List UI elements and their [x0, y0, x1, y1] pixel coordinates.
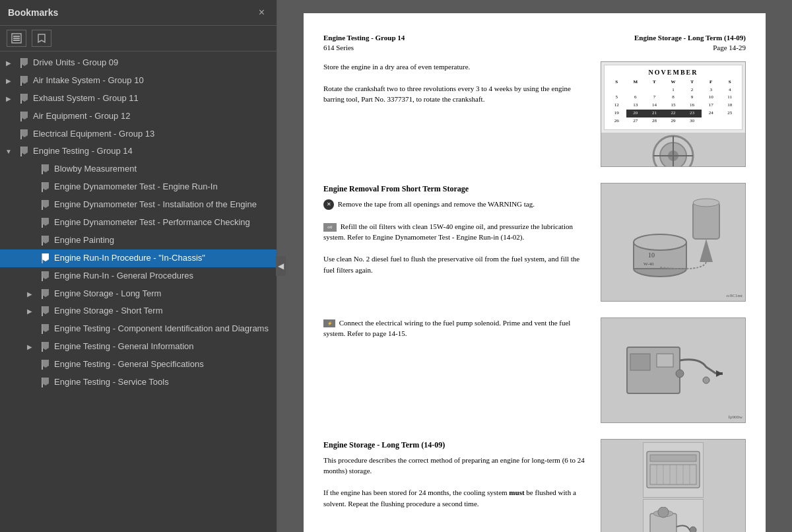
svg-marker-15: [21, 147, 28, 154]
bookmark-icon-component-id: [40, 324, 50, 334]
svg-point-71: [658, 507, 669, 517]
cal-cell-26: 26: [607, 117, 626, 125]
svg-marker-11: [21, 112, 28, 119]
panel-collapse-button[interactable]: ◀: [276, 256, 286, 276]
expand-arrow-storage-short[interactable]: ▶: [24, 308, 36, 315]
section4-para1: This procedure describes the correct met…: [323, 455, 590, 477]
bookmark-icon-general-specs: [40, 360, 50, 370]
cal-cell-14: 14: [645, 102, 664, 110]
bookmark-item-engine-testing[interactable]: ▼Engine Testing - Group 14: [0, 143, 277, 160]
bookmark-label-run-in-general: Engine Run-In - General Procedures: [54, 271, 271, 282]
expand-all-button[interactable]: [7, 30, 26, 47]
doc-title: Engine Testing - Group 14: [323, 33, 405, 43]
oil-pour-icon: 10 W-40: [614, 189, 733, 295]
bookmark-item-service-tools[interactable]: Engine Testing - Service Tools: [0, 374, 277, 391]
bookmark-item-exhaust-system[interactable]: ▶Exhaust System - Group 11: [0, 90, 277, 108]
bookmark-icon-engine-testing: [18, 147, 29, 156]
bookmark-item-blowby[interactable]: Blowby Measurement: [0, 160, 277, 178]
expand-arrow-drive-units[interactable]: ▶: [3, 59, 15, 67]
svg-point-48: [693, 199, 719, 207]
doc-section-4: Engine Storage - Long Term (14-09) This …: [323, 439, 746, 532]
bookmark-label-air-intake: Air Intake System - Group 10: [33, 75, 271, 86]
bookmark-item-storage-short[interactable]: ▶Engine Storage - Short Term: [0, 302, 277, 320]
section2-image: 10 W-40 o:8C1mt: [601, 183, 746, 302]
svg-point-72: [690, 527, 696, 532]
cal-header-T: T: [645, 79, 664, 86]
bookmark-view-button[interactable]: [32, 30, 51, 47]
section4-text: Engine Storage - Long Term (14-09) This …: [323, 439, 590, 532]
svg-text:10: 10: [648, 251, 655, 259]
bookmark-item-storage-long[interactable]: ▶Engine Storage - Long Term: [0, 285, 277, 303]
cal-cell-empty: [626, 86, 645, 94]
svg-marker-13: [21, 129, 28, 137]
cal-cell-28: 28: [645, 117, 664, 125]
close-button[interactable]: ×: [255, 5, 269, 20]
svg-marker-33: [42, 306, 49, 314]
bookmark-item-dyno-run-in[interactable]: Engine Dynamometer Test - Engine Run-In: [0, 178, 277, 196]
bookmark-item-general-specs[interactable]: Engine Testing - General Specifications: [0, 356, 277, 374]
cal-cell-21: 21: [645, 110, 664, 117]
cal-cell-15: 15: [664, 102, 683, 110]
cal-cell-empty: [645, 86, 664, 94]
cal-cell-29: 29: [664, 117, 683, 125]
cal-cell-22: 22: [664, 110, 683, 117]
svg-rect-3: [13, 40, 20, 41]
radiator-icon: [644, 448, 703, 491]
svg-marker-17: [42, 164, 49, 172]
fuel-pump-symbol: ⚡: [323, 319, 335, 327]
bookmark-item-drive-units[interactable]: ▶Drive Units - Group 09: [0, 54, 277, 72]
cal-header-W: W: [664, 79, 683, 86]
svg-marker-25: [42, 236, 49, 244]
svg-marker-35: [42, 324, 49, 332]
expand-arrow-air-intake[interactable]: ▶: [3, 77, 15, 84]
bookmark-item-run-in-general[interactable]: Engine Run-In - General Procedures: [0, 267, 277, 285]
cal-cell-10: 10: [702, 94, 721, 102]
warning-symbol: ✕: [323, 199, 334, 210]
section2-para3: Use clean No. 2 diesel fuel to flush the…: [323, 253, 590, 275]
bookmark-item-general-info[interactable]: ▶Engine Testing - General Information: [0, 338, 277, 356]
section4-image-bottom: [643, 499, 704, 532]
expand-arrow-general-info[interactable]: ▶: [24, 343, 36, 350]
svg-marker-21: [42, 200, 49, 208]
bookmark-icon-electrical-equipment: [18, 129, 29, 139]
bookmark-item-component-id[interactable]: Engine Testing - Component Identificatio…: [0, 320, 277, 338]
bookmark-icon-air-intake: [18, 76, 29, 86]
calendar-grid: SMTWTFS123456789101112131415161718192021…: [607, 79, 739, 127]
fuel-pump-icon: [614, 321, 733, 420]
cal-cell-5: 5: [607, 94, 626, 102]
bookmark-item-electrical-equipment[interactable]: Electrical Equipment - Group 13: [0, 125, 277, 143]
expand-arrow-engine-testing[interactable]: ▼: [3, 148, 15, 155]
expand-arrow-storage-long[interactable]: ▶: [24, 290, 36, 298]
doc-header-right: Engine Storage - Long Term (14-09) Page …: [634, 33, 746, 53]
bookmark-icon-exhaust-system: [18, 94, 29, 104]
cal-header-M: M: [626, 79, 645, 86]
bookmark-item-run-in-chassis[interactable]: Engine Run-In Procedure - "In-Chassis": [0, 249, 277, 267]
section1-para1: Store the engine in a dry area of even t…: [323, 61, 590, 73]
section1-image: NOVEMBER SMTWTFS123456789101112131415161…: [601, 61, 746, 167]
bookmark-list: ▶Drive Units - Group 09▶Air Intake Syste…: [0, 51, 277, 532]
svg-marker-9: [21, 94, 28, 102]
cal-cell-11: 11: [720, 94, 739, 102]
section1-engine-image: o:3C1at: [601, 133, 745, 167]
bookmark-icon-blowby: [40, 164, 50, 174]
calendar-title: NOVEMBER: [607, 68, 739, 77]
cal-cell-empty: [702, 117, 721, 125]
cal-cell-4: 4: [720, 86, 739, 94]
doc-page-header: Engine Testing - Group 14 614 Series Eng…: [323, 33, 746, 53]
bookmark-item-dyno-install[interactable]: Engine Dynamometer Test - Installation o…: [0, 196, 277, 214]
img-label-3: fp900w: [729, 415, 742, 421]
bookmark-item-air-intake[interactable]: ▶Air Intake System - Group 10: [0, 72, 277, 90]
bookmark-view-icon: [36, 33, 47, 44]
bookmark-icon-dyno-run-in: [40, 182, 50, 192]
bookmark-label-run-in-chassis: Engine Run-In Procedure - "In-Chassis": [54, 253, 271, 264]
bookmark-item-dyno-perf[interactable]: Engine Dynamometer Test - Performance Ch…: [0, 214, 277, 232]
bookmark-item-air-equipment[interactable]: Air Equipment - Group 12: [0, 108, 277, 125]
cal-cell-3: 3: [702, 86, 721, 94]
bookmark-item-engine-painting[interactable]: Engine Painting: [0, 232, 277, 249]
cal-cell-9: 9: [682, 94, 702, 102]
section4-heading: Engine Storage - Long Term (14-09): [323, 439, 590, 451]
section2-heading: Engine Removal From Short Term Storage: [323, 183, 590, 195]
expand-arrow-exhaust-system[interactable]: ▶: [3, 95, 15, 102]
svg-point-58: [676, 370, 684, 378]
cal-cell-empty: [607, 86, 626, 94]
